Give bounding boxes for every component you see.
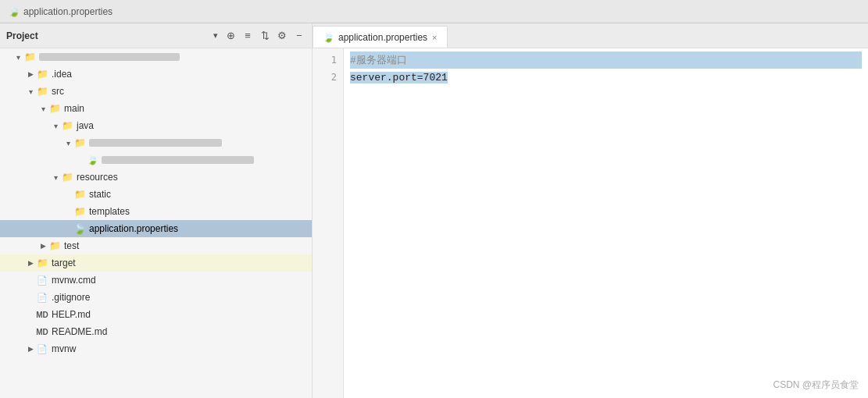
breadcrumb-file-icon: 🍃 [8, 5, 20, 17]
line-num-2: 2 [313, 69, 343, 86]
editor-content: 1 2 #服务器端口 server.port=7021 [313, 48, 868, 398]
src-label: src [52, 86, 64, 97]
folder-templates-icon: 📁 [73, 205, 86, 218]
tree-item-java[interactable]: ▾ 📁 java [0, 117, 312, 134]
folder-pkg1-icon: 📁 [73, 137, 86, 149]
line-numbers: 1 2 [313, 48, 344, 398]
title-bar: 🍃 application.properties [0, 0, 868, 23]
tab-label: application.properties [338, 32, 427, 43]
file-mvnw-icon: 📄 [36, 343, 48, 355]
chevron-test-icon: ▶ [38, 240, 48, 251]
code-area[interactable]: #服务器端口 server.port=7021 [344, 48, 868, 398]
file-mvnw-cmd-icon: 📄 [36, 274, 48, 286]
gitignore-label: .gitignore [52, 292, 90, 303]
chevron-target-icon: ▶ [25, 258, 36, 268]
main-label: main [64, 103, 84, 114]
mvnw-cmd-label: mvnw.cmd [52, 275, 96, 286]
folder-resources-icon: 📁 [61, 171, 73, 183]
file-readme-icon: MD [36, 325, 48, 338]
pkg1-label-redacted [89, 139, 222, 147]
code-line-2: server.port=7021 [350, 69, 862, 86]
chevron-mvnw-icon: ▶ [25, 343, 36, 354]
tree-item-src[interactable]: ▾ 📁 src [0, 83, 312, 100]
minimize-icon[interactable]: − [293, 30, 305, 42]
tree-item-gitignore[interactable]: ▾ 📄 .gitignore [0, 289, 312, 306]
folder-java-icon: 📁 [61, 119, 73, 132]
file-tree: ▾ 📁 ▶ 📁 .idea ▾ 📁 [0, 48, 312, 398]
folder-test-icon: 📁 [48, 240, 61, 252]
editor-area: 🍃 application.properties × 1 2 #服务器端口 [313, 23, 868, 398]
folder-idea-icon: 📁 [36, 68, 48, 80]
comment-text-1: #服务器端口 [350, 53, 407, 67]
locate-icon[interactable]: ⊕ [224, 30, 237, 42]
mvnw-label: mvnw [52, 343, 76, 354]
sidebar-actions: ⊕ ≡ ⇅ ⚙ − [224, 30, 305, 42]
tree-item-app-properties[interactable]: ▾ 🍃 application.properties [0, 220, 312, 237]
tree-item-pkg1[interactable]: ▾ 📁 [0, 134, 312, 151]
sidebar-header: Project ▾ ⊕ ≡ ⇅ ⚙ − [0, 23, 312, 48]
app-properties-label: application.properties [89, 223, 178, 234]
idea-label: .idea [52, 69, 72, 80]
sidebar: Project ▾ ⊕ ≡ ⇅ ⚙ − ▾ 📁 [0, 23, 313, 398]
tab-close-button[interactable]: × [432, 33, 437, 42]
target-label: target [52, 258, 76, 268]
readme-label: README.md [52, 326, 107, 337]
chevron-java-icon: ▾ [50, 120, 61, 131]
folder-src-icon: 📁 [36, 85, 48, 98]
static-label: static [89, 189, 111, 200]
sidebar-title: Project [6, 30, 207, 41]
settings-icon[interactable]: ⚙ [276, 30, 288, 42]
tree-item-static[interactable]: ▾ 📁 static [0, 186, 312, 203]
code-text-2: server.port=7021 [350, 72, 448, 84]
java-label: java [77, 120, 94, 131]
file-help-icon: MD [36, 308, 48, 321]
file-git-icon: 📄 [36, 291, 48, 304]
tree-item-idea[interactable]: ▶ 📁 .idea [0, 66, 312, 83]
breadcrumb: 🍃 application.properties [8, 5, 113, 17]
help-md-label: HELP.md [52, 309, 91, 320]
tree-item-templates[interactable]: ▾ 📁 templates [0, 203, 312, 220]
chevron-pkg1-icon: ▾ [63, 137, 73, 148]
chevron-icon: ▾ [13, 52, 23, 62]
tree-item-resources[interactable]: ▾ 📁 resources [0, 169, 312, 186]
folder-icon: 📁 [23, 51, 36, 63]
breadcrumb-label: application.properties [23, 6, 113, 17]
chevron-main-icon: ▾ [38, 103, 48, 114]
tab-app-properties[interactable]: 🍃 application.properties × [313, 26, 448, 48]
tree-item-main[interactable]: ▾ 📁 main [0, 100, 312, 117]
test-label: test [64, 240, 79, 251]
tab-file-icon: 🍃 [323, 32, 334, 43]
chevron-resources-icon: ▾ [50, 172, 61, 183]
file-pkg2-icon: 🍃 [86, 154, 98, 166]
tree-item-help-md[interactable]: ▾ MD HELP.md [0, 306, 312, 323]
line-num-1: 1 [313, 52, 343, 69]
tree-item-test[interactable]: ▶ 📁 test [0, 237, 312, 254]
code-line-1: #服务器端口 [350, 52, 862, 69]
tree-root[interactable]: ▾ 📁 [0, 48, 312, 66]
chevron-src-icon: ▾ [25, 86, 36, 97]
folder-target-icon: 📁 [36, 257, 48, 269]
tree-item-mvnw-cmd[interactable]: ▾ 📄 mvnw.cmd [0, 272, 312, 289]
watermark: CSDN @程序员食堂 [773, 378, 859, 392]
chevron-idea-icon: ▶ [25, 69, 36, 80]
project-dropdown-icon[interactable]: ▾ [213, 30, 218, 41]
root-label-redacted [39, 53, 180, 61]
properties-file-icon: 🍃 [73, 222, 86, 235]
pkg2-label-redacted [102, 156, 254, 164]
collapse-all-icon[interactable]: ≡ [241, 30, 254, 42]
resources-label: resources [77, 172, 118, 183]
tab-bar: 🍃 application.properties × [313, 23, 868, 48]
templates-label: templates [89, 206, 130, 217]
sort-icon[interactable]: ⇅ [259, 30, 271, 42]
tree-item-mvnw[interactable]: ▶ 📄 mvnw [0, 340, 312, 357]
folder-static-icon: 📁 [73, 188, 86, 201]
tree-item-pkg2[interactable]: ▾ 🍃 [0, 151, 312, 169]
tree-item-readme-md[interactable]: ▾ MD README.md [0, 323, 312, 340]
folder-main-icon: 📁 [48, 102, 61, 115]
tree-item-target[interactable]: ▶ 📁 target [0, 254, 312, 272]
